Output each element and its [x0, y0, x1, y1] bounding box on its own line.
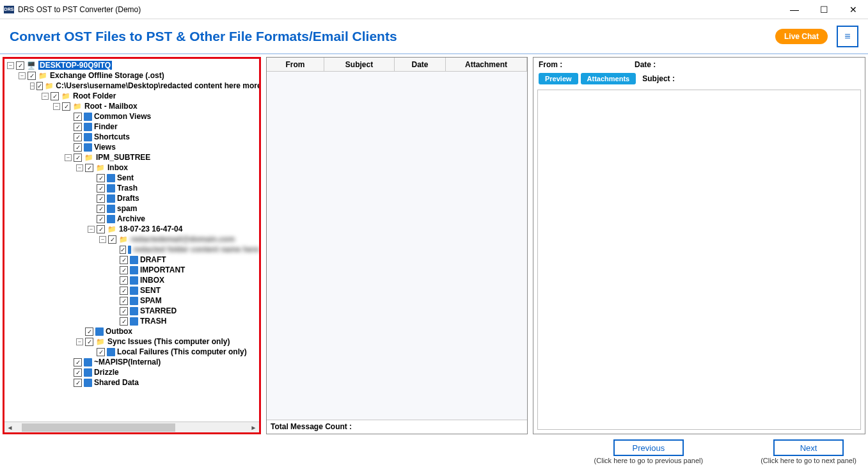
- scroll-thumb[interactable]: [22, 423, 175, 432]
- checkbox[interactable]: ✓: [74, 143, 82, 152]
- tree-node[interactable]: spam: [117, 204, 137, 213]
- tree-node[interactable]: Common Views: [94, 112, 151, 121]
- checkbox[interactable]: ✓: [85, 327, 93, 336]
- tree-node[interactable]: Drafts: [117, 194, 139, 203]
- preview-body[interactable]: [537, 90, 861, 430]
- checkbox[interactable]: ✓: [120, 266, 128, 274]
- collapse-icon[interactable]: −: [42, 93, 49, 100]
- live-chat-button[interactable]: Live Chat: [775, 29, 828, 44]
- folder-tree[interactable]: − ✓ 🖥️ DESKTOP-90Q9ITQ − ✓ 📁 Exchange Of…: [4, 59, 259, 422]
- tree-node[interactable]: IMPORTANT: [140, 265, 185, 274]
- checkbox[interactable]: ✓: [120, 287, 128, 295]
- previous-button[interactable]: Previous: [613, 439, 684, 456]
- checkbox[interactable]: ✓: [97, 174, 105, 182]
- checkbox[interactable]: ✓: [85, 338, 93, 346]
- tree-node[interactable]: Sent: [117, 173, 134, 182]
- checkbox[interactable]: ✓: [97, 205, 105, 213]
- tree-node[interactable]: SPAM: [140, 296, 162, 305]
- collapse-icon[interactable]: −: [99, 236, 106, 243]
- checkbox[interactable]: ✓: [85, 164, 93, 172]
- collapse-icon[interactable]: −: [19, 72, 26, 79]
- tree-node[interactable]: Trash: [117, 184, 138, 193]
- checkbox[interactable]: ✓: [97, 225, 105, 233]
- attachments-tab-button[interactable]: Attachments: [581, 73, 636, 84]
- checkbox[interactable]: ✓: [97, 215, 105, 223]
- collapse-icon[interactable]: −: [65, 154, 72, 161]
- checkbox[interactable]: ✓: [74, 154, 82, 162]
- tree-node[interactable]: Archive: [117, 214, 145, 223]
- tree-node-root-folder[interactable]: Root Folder: [73, 91, 116, 100]
- close-button[interactable]: ✕: [839, 0, 868, 19]
- checkbox[interactable]: ✓: [120, 246, 126, 254]
- collapse-icon[interactable]: −: [76, 338, 83, 345]
- tree-node-redacted[interactable]: redactedemail@domain.com: [130, 235, 235, 244]
- checkbox[interactable]: ✓: [74, 113, 82, 121]
- tree-node-path[interactable]: C:\Users\username\Desktop\redacted conte…: [56, 81, 259, 90]
- hamburger-menu-button[interactable]: ≡: [837, 26, 858, 47]
- checkbox[interactable]: ✓: [74, 133, 82, 141]
- tree-node[interactable]: Views: [94, 143, 116, 152]
- folder-icon: [107, 205, 115, 213]
- tree-node[interactable]: Finder: [94, 122, 118, 131]
- checkbox[interactable]: ✓: [62, 102, 70, 111]
- tree-horizontal-scrollbar[interactable]: ◄ ►: [4, 422, 259, 432]
- next-button[interactable]: Next: [773, 439, 844, 456]
- tree-node[interactable]: INBOX: [140, 276, 164, 285]
- checkbox[interactable]: ✓: [51, 92, 59, 100]
- checkbox[interactable]: ✓: [74, 358, 82, 366]
- collapse-icon[interactable]: −: [76, 164, 83, 171]
- folder-icon: [107, 174, 115, 182]
- collapse-icon[interactable]: −: [88, 226, 95, 233]
- checkbox[interactable]: ✓: [97, 348, 105, 356]
- checkbox[interactable]: ✓: [97, 184, 105, 193]
- tree-node-desktop[interactable]: DESKTOP-90Q9ITQ: [38, 61, 112, 70]
- collapse-icon[interactable]: −: [7, 62, 14, 69]
- tree-node-root-mailbox[interactable]: Root - Mailbox: [84, 102, 138, 111]
- tree-node[interactable]: STARRED: [140, 306, 177, 315]
- collapse-icon[interactable]: −: [30, 83, 35, 90]
- tree-node-timestamp[interactable]: 18-07-23 16-47-04: [119, 225, 182, 233]
- folder-icon: [128, 246, 131, 254]
- minimize-button[interactable]: —: [780, 0, 809, 19]
- tree-node[interactable]: Shortcuts: [94, 132, 130, 141]
- checkbox[interactable]: ✓: [120, 276, 128, 285]
- checkbox[interactable]: ✓: [16, 61, 24, 70]
- checkbox[interactable]: ✓: [74, 379, 82, 387]
- folder-icon: [130, 276, 138, 285]
- scroll-left-icon[interactable]: ◄: [4, 422, 15, 433]
- preview-tab-button[interactable]: Preview: [539, 73, 578, 84]
- collapse-icon[interactable]: −: [53, 103, 60, 110]
- tree-node-exchange[interactable]: Exchange Offline Storage (.ost): [50, 71, 164, 80]
- tree-node-sync-issues[interactable]: Sync Issues (This computer only): [107, 337, 230, 346]
- maximize-button[interactable]: ☐: [809, 0, 839, 19]
- tree-node-ipm[interactable]: IPM_SUBTREE: [96, 153, 150, 162]
- tree-node[interactable]: TRASH: [140, 317, 166, 326]
- tree-node[interactable]: Outbox: [106, 327, 132, 336]
- tree-node-inbox[interactable]: Inbox: [107, 163, 128, 172]
- checkbox[interactable]: ✓: [108, 235, 116, 244]
- checkbox[interactable]: ✓: [97, 194, 105, 203]
- column-subject[interactable]: Subject: [324, 58, 395, 71]
- title-bar: DRS DRS OST to PST Converter (Demo) — ☐ …: [0, 0, 868, 19]
- column-date[interactable]: Date: [395, 58, 446, 71]
- tree-node[interactable]: Local Failures (This computer only): [117, 347, 247, 356]
- checkbox[interactable]: ✓: [120, 307, 128, 315]
- checkbox[interactable]: ✓: [120, 297, 128, 305]
- checkbox[interactable]: ✓: [74, 368, 82, 377]
- checkbox[interactable]: ✓: [36, 82, 43, 90]
- column-attachment[interactable]: Attachment: [446, 58, 527, 71]
- checkbox[interactable]: ✓: [28, 72, 36, 80]
- column-from[interactable]: From: [267, 58, 324, 71]
- tree-node[interactable]: ~MAPISP(Internal): [94, 358, 161, 366]
- message-grid-body[interactable]: [267, 72, 527, 420]
- tree-node-redacted[interactable]: redacted folder content name here: [133, 245, 259, 254]
- tree-node[interactable]: Shared Data: [94, 378, 139, 387]
- folder-icon: 📁: [118, 235, 129, 244]
- tree-node[interactable]: DRAFT: [140, 255, 166, 264]
- tree-node[interactable]: SENT: [140, 286, 161, 295]
- tree-node[interactable]: Drizzle: [94, 368, 119, 377]
- checkbox[interactable]: ✓: [120, 256, 128, 264]
- checkbox[interactable]: ✓: [120, 317, 128, 326]
- checkbox[interactable]: ✓: [74, 123, 82, 131]
- scroll-right-icon[interactable]: ►: [248, 422, 259, 433]
